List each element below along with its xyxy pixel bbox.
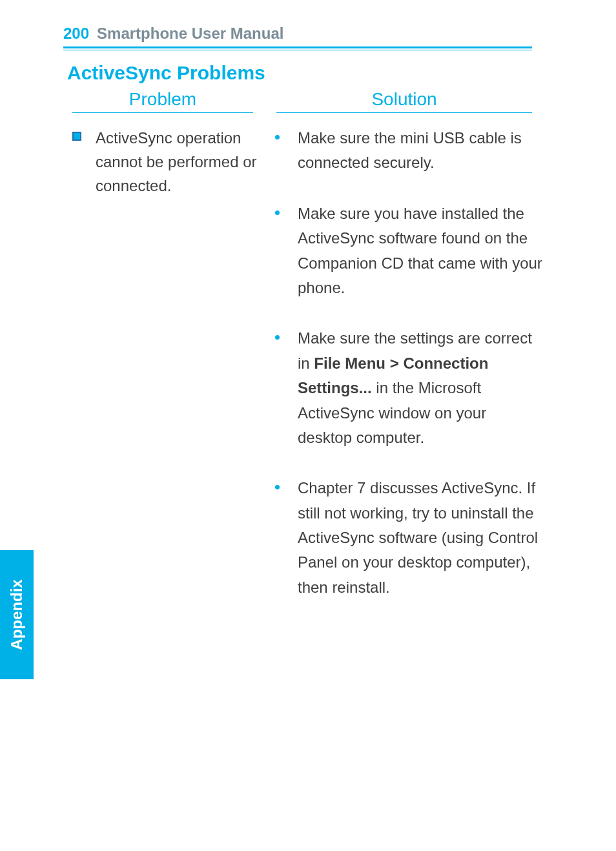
solution-text: Make sure the settings are correct in Fi… (298, 326, 544, 450)
dot-bullet-icon (275, 335, 280, 340)
solution-item: Make sure the settings are correct in Fi… (269, 326, 544, 450)
problem-item: ActiveSync operation cannot be performed… (72, 126, 266, 198)
solution-item: Chapter 7 discusses ActiveSync. If still… (269, 476, 544, 600)
square-bullet-icon (72, 132, 81, 141)
solution-text: Make sure the mini USB cable is connecte… (298, 126, 544, 176)
content-row: ActiveSync operation cannot be performed… (72, 126, 544, 626)
dot-bullet-icon (275, 210, 280, 215)
side-tab: Appendix (0, 550, 34, 679)
solution-item: Make sure you have installed the ActiveS… (269, 201, 544, 301)
solution-column: Make sure the mini USB cable is connecte… (266, 126, 544, 626)
side-tab-label: Appendix (8, 579, 26, 650)
problem-column-header: Problem (72, 89, 253, 113)
page-header: 200 Smartphone User Manual (63, 25, 532, 48)
page-number: 200 (63, 25, 89, 43)
section-title: ActiveSync Problems (67, 62, 265, 84)
solution-column-header: Solution (276, 89, 532, 113)
solution-text: Make sure you have installed the ActiveS… (298, 201, 544, 301)
problem-column: ActiveSync operation cannot be performed… (72, 126, 266, 626)
dot-bullet-icon (275, 485, 280, 489)
manual-title: Smartphone User Manual (97, 25, 283, 43)
problem-text: ActiveSync operation cannot be performed… (96, 126, 266, 198)
solution-item: Make sure the mini USB cable is connecte… (269, 126, 544, 176)
column-headers: Problem Solution (72, 89, 532, 113)
dot-bullet-icon (275, 135, 280, 139)
solution-text: Chapter 7 discusses ActiveSync. If still… (298, 476, 544, 600)
